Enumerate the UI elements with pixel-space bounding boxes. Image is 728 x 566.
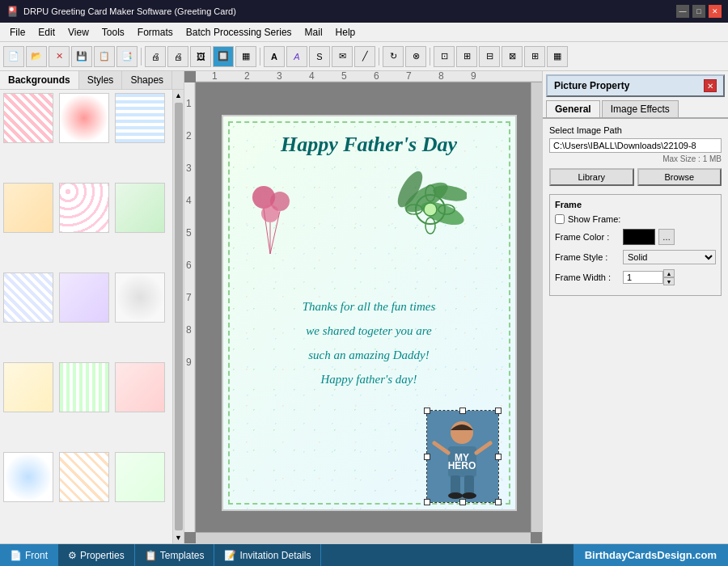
menu-mail[interactable]: Mail [298,25,329,40]
svg-text:9: 9 [471,71,476,82]
menu-view[interactable]: View [61,25,95,40]
picture-property-close-button[interactable]: ✕ [704,79,717,92]
prop-tab-general[interactable]: General [546,100,600,117]
image-path-input[interactable] [549,138,722,153]
tb-symbol[interactable]: S [309,46,330,67]
tb-grid2[interactable]: ▦ [547,46,568,67]
tb-open[interactable]: 📂 [26,46,47,67]
tb-copy[interactable]: 📑 [116,46,138,67]
menu-edit[interactable]: Edit [32,25,61,40]
spinner-down-button[interactable]: ▼ [663,277,675,285]
tb-barcode[interactable]: ▦ [235,46,256,67]
tb-line[interactable]: ╱ [354,46,375,67]
frame-style-select[interactable]: Solid Dashed Dotted Double [623,250,716,264]
status-tab-properties[interactable]: ⚙ Properties [58,544,135,566]
bg-thumb-2[interactable] [59,93,109,143]
handle-br[interactable] [495,499,502,505]
bg-thumb-1[interactable] [3,93,53,143]
frame-section: Frame Show Frame: Frame Color : … Frame … [549,194,722,296]
handle-tc[interactable] [459,408,466,414]
tb-wordart[interactable]: A [286,46,307,67]
svg-text:1: 1 [186,98,192,109]
frame-color-picker-button[interactable]: … [658,229,675,245]
bg-thumb-8[interactable] [59,272,109,323]
tab-backgrounds[interactable]: Backgrounds [0,71,79,89]
handle-tl[interactable] [424,408,430,414]
tb-flip[interactable]: ⊗ [405,46,426,67]
max-size-label: Max Size : 1 MB [549,154,722,163]
scrollbar[interactable]: ▲ ▼ [172,90,184,543]
prop-tab-image-effects[interactable]: Image Effects [602,100,679,117]
separator [141,48,142,65]
minimize-button[interactable]: — [676,5,689,18]
scroll-thumb[interactable] [175,103,183,530]
menu-file[interactable]: File [3,25,32,40]
library-button[interactable]: Library [549,168,634,186]
tb-save-as[interactable]: 📋 [94,46,115,67]
card-canvas[interactable]: Happy Father's Day [222,115,517,511]
maximize-button[interactable]: □ [692,5,705,18]
tb-print2[interactable]: 🖨 [167,46,188,67]
menu-help[interactable]: Help [329,25,362,40]
tb-print[interactable]: 🖨 [145,46,166,67]
handle-bc[interactable] [459,499,466,505]
bg-thumb-9[interactable] [115,272,165,323]
status-tab-invitation[interactable]: 📝 Invitation Details [214,544,321,566]
menu-batch-processing[interactable]: Batch Processing Series [180,25,298,40]
selected-hero-image[interactable]: MY HERO [426,410,499,503]
tb-align2[interactable]: ⊞ [456,46,477,67]
frame-width-input[interactable] [623,271,663,284]
tb-rotate[interactable]: ↻ [383,46,404,67]
bg-thumb-14[interactable] [59,452,109,502]
tb-align4[interactable]: ⊠ [502,46,523,67]
svg-point-46 [462,492,476,499]
bg-thumb-11[interactable] [59,362,109,412]
scroll-up[interactable]: ▲ [173,90,184,101]
bg-thumb-5[interactable] [59,183,109,233]
bg-thumb-13[interactable] [3,452,53,502]
property-tabs: General Image Effects [543,100,728,119]
spinner-up-button[interactable]: ▲ [663,269,675,277]
tb-grid[interactable]: ⊞ [524,46,545,67]
bg-thumb-10[interactable] [3,362,53,412]
bg-thumb-3[interactable] [115,93,165,143]
tb-align1[interactable]: ⊡ [434,46,455,67]
bg-thumb-12[interactable] [115,362,165,412]
tb-email[interactable]: ✉ [332,46,353,67]
frame-color-swatch[interactable] [623,229,655,245]
scroll-down[interactable]: ▼ [173,532,184,543]
status-tab-front[interactable]: 📄 Front [0,544,58,566]
menu-tools[interactable]: Tools [95,25,131,40]
show-frame-row: Show Frame: [555,214,716,224]
handle-ml[interactable] [424,454,430,460]
tb-text[interactable]: A [264,46,285,67]
svg-point-25 [424,203,437,216]
tab-shapes[interactable]: Shapes [122,71,172,89]
status-tab-templates[interactable]: 📋 Templates [135,544,215,566]
handle-tr[interactable] [495,408,502,414]
tb-new[interactable]: 📄 [3,46,24,67]
tb-img1[interactable]: 🖼 [190,46,211,67]
tb-delete[interactable]: ✕ [49,46,70,67]
handle-bl[interactable] [424,499,430,505]
tab-styles[interactable]: Styles [79,71,123,89]
separator3 [379,48,379,65]
svg-text:5: 5 [341,71,347,82]
bg-thumb-7[interactable] [3,272,53,323]
menu-formats[interactable]: Formats [131,25,180,40]
bg-thumb-15[interactable] [115,452,165,502]
show-frame-checkbox[interactable] [555,214,565,224]
svg-text:5: 5 [186,227,192,239]
horizontal-scrollbar[interactable] [196,532,531,543]
vertical-scrollbar-right[interactable] [531,82,542,532]
tb-save[interactable]: 💾 [71,46,92,67]
card-balloon-decoration [248,181,296,268]
svg-text:2: 2 [244,71,250,82]
close-button[interactable]: ✕ [709,5,722,18]
handle-mr[interactable] [495,454,502,460]
browse-button[interactable]: Browse [637,168,722,186]
tb-img2[interactable]: 🔲 [213,46,234,67]
tb-align3[interactable]: ⊟ [479,46,500,67]
bg-thumb-4[interactable] [3,183,53,233]
bg-thumb-6[interactable] [115,183,165,233]
